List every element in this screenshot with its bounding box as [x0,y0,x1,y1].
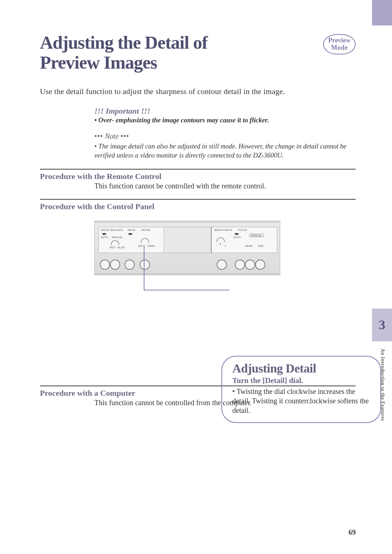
intro-text: Use the detail function to adjust the sh… [40,87,356,96]
switch-nega [128,233,132,235]
section-body-remote: This function cannot be controlled with … [94,182,356,190]
label-auto: AUTO [101,236,109,239]
page-number: 69 [348,528,356,537]
note-body: • The image detail can also be adjusted … [94,142,356,160]
section-rule-1 [40,169,356,170]
panel-body: WHITE BALANCE AUTO MANUAL RED BLUE NEGA … [94,221,280,275]
note-suffix-dots: ••• [121,132,129,140]
label-detail: DETAIL [142,229,151,231]
page-content: Adjusting the Detail of Preview Images P… [0,0,392,407]
important-block: !!! Important !!! • Over- emphasizing th… [94,106,356,124]
label-nega: NEGA [128,229,135,231]
panel-button-8 [255,260,265,270]
callout-body: • Twisting the dial clockwise increases … [232,387,372,415]
title-line-1: Adjusting the Detail of [40,32,208,53]
preview-mode-badge: Preview Mode [323,34,356,54]
chapter-tab: 3 [372,309,392,341]
panel-button-3 [124,260,135,270]
dial-wb [111,240,119,245]
title-line-2: Preview Images [40,52,157,73]
section-heading-remote: Procedure with the Remote Control [40,172,356,181]
section-heading-panel: Procedure with the Control Panel [40,202,356,211]
label-far: FAR [258,245,264,247]
panel-button-5 [217,260,227,270]
label-hard: HARD [147,245,155,247]
important-bullet: • Over- emphasizing the image contours m… [94,117,356,124]
dial-brightness [217,237,225,242]
label-focus-auto: AUTO [233,236,241,239]
label-minus: – [215,245,217,247]
detail-callout-box: Adjusting Detail Turn the [Detail] dial.… [221,356,381,423]
badge-line-1: Preview [328,37,351,44]
callout-leader-horizontal [144,290,229,290]
panel-edge-line [95,222,280,222]
switch-wb [102,233,106,235]
panel-inset-right: BRIGHTNESS – + FOCUS AUTO MANUAL NEAR FA… [211,227,277,253]
page-title: Adjusting the Detail of Preview Images [40,33,208,73]
label-brightness: BRIGHTNESS [215,229,232,231]
panel-edge-line-bottom [95,274,280,274]
section-rule-2 [40,199,356,200]
note-label: Note [105,132,119,140]
panel-button-6 [235,260,245,270]
panel-button-7 [245,260,255,270]
label-manual: MANUAL [112,236,123,239]
chapter-number: 3 [379,317,385,333]
label-focus: FOCUS [238,229,247,231]
note-block: ••• Note ••• • The image detail can also… [94,132,356,160]
important-title: !!! Important !!! [94,106,356,116]
label-red: RED [110,246,115,249]
thumb-tab-top [372,0,392,25]
panel-button-2 [110,260,120,270]
callout-leader-vertical [144,246,144,290]
callout-title: Adjusting Detail [232,362,372,375]
panel-inset-left: WHITE BALANCE AUTO MANUAL RED BLUE NEGA … [98,227,165,253]
switch-focus [235,233,238,235]
label-near: NEAR [245,245,253,247]
label-focus-manual: MANUAL [249,234,264,237]
running-head: An Introduction to the Features [380,349,385,421]
callout-subtitle: Turn the [Detail] dial. [232,376,372,385]
page-header-row: Adjusting the Detail of Preview Images P… [40,33,356,73]
label-blue: BLUE [118,246,125,249]
dial-detail [141,238,149,243]
panel-button-4 [140,260,150,270]
label-white-balance: WHITE BALANCE [101,229,123,231]
panel-inset-mid [164,227,212,253]
badge-line-2: Mode [328,44,351,52]
note-prefix-dots: ••• [94,132,103,140]
brightness-tick [220,243,221,245]
note-title: ••• Note ••• [94,132,356,140]
panel-button-1 [100,260,110,270]
control-panel-diagram: WHITE BALANCE AUTO MANUAL RED BLUE NEGA … [94,221,279,275]
label-plus: + [225,245,226,247]
